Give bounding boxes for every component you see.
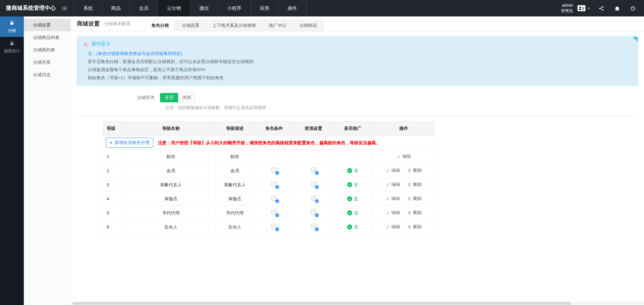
col-role-condition: 角色条件 (254, 121, 294, 136)
nav-item-members[interactable]: 会员 (130, 0, 158, 16)
tab-distribution-settings[interactable]: 分销设置 (176, 20, 205, 31)
table-row: 5 市代代理 市代代理 是 (103, 206, 435, 220)
tips-title-row: 操作提示 (83, 41, 632, 47)
nav-item-apps[interactable]: 应用 (251, 0, 278, 16)
ops-cell: 编辑 删除 (373, 206, 435, 220)
green-check-icon (347, 182, 352, 187)
check-badge-icon (315, 171, 319, 175)
tab-promotion-center[interactable]: 推广中心 (263, 20, 292, 31)
reward-cell (294, 164, 333, 178)
condition-cell (254, 206, 294, 220)
role-condition-icon[interactable] (271, 209, 277, 216)
promote-cell: 是 (333, 220, 373, 234)
edit-button[interactable]: 编辑 (386, 196, 400, 202)
nav-item-system[interactable]: 系统 (74, 0, 102, 16)
role-condition-icon[interactable] (271, 223, 277, 230)
user-info[interactable]: admin 管理员 (561, 3, 573, 13)
topbar-icons (598, 5, 636, 11)
name-cell: 体验店 (126, 192, 216, 206)
sidebar-item-label: 分成日志 (33, 72, 51, 78)
bullet-icon: · (29, 60, 31, 65)
reward-setting-icon[interactable] (310, 167, 317, 173)
nav-item-goods[interactable]: 商品 (102, 0, 130, 16)
sidebar-item-commission-log[interactable]: · 分成日志 (24, 68, 70, 81)
tab-updownline-relations[interactable]: 上下线关系及分销资格 (206, 20, 262, 31)
rail-item-distribution[interactable]: 分销 (0, 16, 24, 37)
sidebar-item-distribution-goods[interactable]: · 分销商品列表 (24, 31, 70, 44)
rail-item-reports[interactable]: 报表统计 (0, 37, 24, 57)
home-icon[interactable] (614, 5, 620, 11)
trash-icon (407, 183, 412, 187)
reward-cell (294, 220, 333, 234)
sidebar-item-distribution-settings[interactable]: · 分销设置 (24, 19, 70, 31)
nav-item-miniprogram[interactable]: 小程序 (218, 0, 251, 16)
delete-button[interactable]: 删除 (407, 210, 422, 216)
desc-cell: 市代代理 (216, 206, 254, 220)
pencil-icon (386, 197, 390, 201)
role-condition-icon[interactable] (271, 195, 277, 202)
delete-button[interactable]: 删除 (407, 167, 422, 173)
desc-cell: 粉丝 (216, 150, 254, 164)
check-badge-icon (315, 185, 319, 189)
nav-item-plugins[interactable]: 插件 (278, 0, 307, 16)
tips-title: 操作提示 (92, 41, 110, 47)
tab-distribution-agreement[interactable]: 分销协议 (293, 20, 323, 31)
check-badge-icon (275, 227, 279, 232)
col-actions: 操作 (373, 121, 435, 136)
switch-on-button[interactable]: 开启 (160, 93, 178, 102)
bullet-icon: · (29, 22, 31, 28)
page-title: 商城设置 (77, 20, 100, 28)
top-nav: 系统 商品 会员 云分销 微信 小程序 应用 插件 (74, 0, 307, 16)
desc-cell: 会员 (216, 164, 254, 178)
name-cell: 形象代言人 (126, 178, 216, 192)
corner-fold-icon (633, 37, 638, 42)
reward-cell (294, 178, 333, 192)
tip-item: ·初始角色（等级=1）可编辑不可删除，所有新建的用户都属于初始角色 (83, 74, 632, 82)
edit-button[interactable]: 编辑 (386, 167, 400, 173)
horizontal-scrollbar[interactable] (71, 302, 644, 305)
edit-button[interactable]: 编辑 (386, 182, 400, 188)
promote-cell: 是 (333, 164, 373, 178)
pencil-icon (396, 154, 401, 159)
reward-setting-icon[interactable] (310, 209, 317, 216)
sidebar-item-distributor-list[interactable]: · 分销商列表 (24, 44, 70, 56)
delete-button[interactable]: 删除 (407, 224, 422, 230)
role-condition-icon[interactable] (271, 167, 277, 173)
trash-icon (407, 168, 412, 173)
ops-cell: 编辑 删除 (373, 178, 435, 192)
bullet-icon: · (83, 50, 85, 58)
module-rail: 分销 报表统计 (0, 16, 24, 305)
promote-label: 是 (354, 182, 358, 188)
avatar[interactable] (577, 4, 586, 13)
level-cell: 3 (103, 178, 126, 192)
check-badge-icon (315, 199, 319, 203)
edit-button[interactable]: 编辑 (386, 210, 400, 216)
reward-setting-icon[interactable] (310, 195, 317, 202)
edit-button[interactable]: 编辑 (386, 224, 400, 230)
power-icon[interactable] (630, 5, 636, 11)
role-condition-icon[interactable] (271, 181, 277, 188)
frame: 分销 报表统计 · 分销设置 · 分销商品列表 · 分销商列表 · (0, 16, 644, 305)
scrollbar-thumb[interactable] (72, 302, 571, 305)
reward-setting-icon[interactable] (310, 181, 317, 188)
reward-setting-icon[interactable] (310, 223, 317, 230)
chevron-down-icon[interactable]: ▾ (588, 6, 590, 10)
edit-button[interactable]: 编辑 (396, 153, 411, 159)
delete-button[interactable]: 删除 (407, 196, 422, 202)
modules-icon[interactable] (598, 5, 604, 11)
table-notice: 注意：用户按照【等级】从小到大的顺序升级，请按照角色的高级程度来配置角色，越高级… (158, 140, 380, 145)
delete-button[interactable]: 删除 (407, 182, 422, 188)
level-cell: 4 (103, 192, 126, 206)
add-role-button[interactable]: + 新增会员角色分佣 (106, 138, 153, 148)
plus-icon: + (110, 140, 112, 145)
nav-item-cloud-distribution[interactable]: 云分销 (158, 0, 190, 16)
tab-role-distribution[interactable]: 角色分销 (145, 20, 175, 31)
level-cell: 6 (103, 220, 126, 234)
sidebar-item-distribution-relations[interactable]: · 分销关系 (24, 56, 70, 68)
ops-cell: 编辑 删除 (373, 192, 435, 206)
menu-toggle-icon[interactable] (61, 5, 67, 11)
bullet-icon: · (83, 66, 85, 74)
nav-item-wechat[interactable]: 微信 (190, 0, 218, 16)
switch-off-button[interactable]: 关闭 (178, 93, 195, 102)
condition-cell (254, 220, 294, 234)
